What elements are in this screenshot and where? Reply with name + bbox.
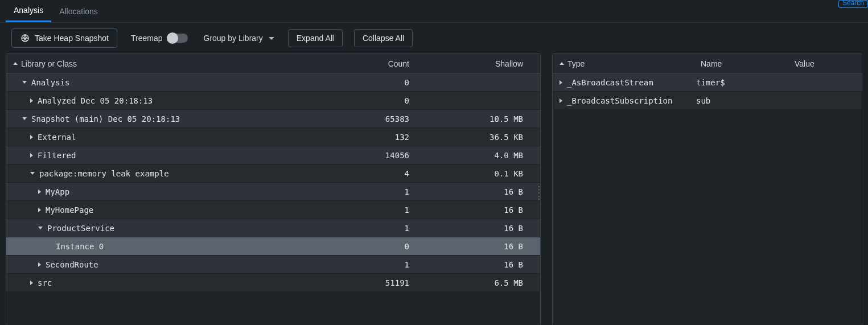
toolbar: Take Heap Snapshot Treemap Group by Libr…: [0, 23, 868, 54]
cell-name: timer$: [694, 78, 788, 87]
chevron-right-icon[interactable]: [560, 98, 562, 103]
table-row[interactable]: MyHomePage116 B: [6, 201, 540, 219]
expand-all-button[interactable]: Expand All: [288, 29, 343, 47]
cell-library: package:memory_leak_example: [6, 169, 330, 178]
cell-shallow: 6.5 MB: [426, 278, 540, 287]
panel-splitter[interactable]: [537, 185, 541, 201]
row-label: Instance 0: [56, 242, 104, 251]
chevron-down-icon[interactable]: [38, 227, 43, 229]
cell-shallow: 16 B: [426, 242, 540, 251]
collapse-all-button[interactable]: Collapse All: [354, 29, 413, 47]
cell-shallow: 36.5 KB: [426, 133, 540, 142]
treemap-label: Treemap: [131, 34, 163, 43]
table-row[interactable]: Filtered140564.0 MB: [6, 146, 540, 164]
cell-shallow: 16 B: [426, 187, 540, 196]
tab-analysis[interactable]: Analysis: [6, 0, 51, 22]
table-row[interactable]: _BroadcastSubscriptionsub: [553, 92, 862, 110]
cell-type: _BroadcastSubscription: [553, 96, 694, 105]
row-label: SecondRoute: [46, 260, 98, 269]
chevron-down-icon[interactable]: [22, 117, 27, 120]
chevron-right-icon[interactable]: [30, 98, 33, 103]
cell-name: sub: [694, 96, 788, 105]
header-name[interactable]: Name: [694, 59, 788, 68]
chevron-down-icon: [269, 37, 274, 40]
class-tree-panel: Library or Class Count Shallow Analysis0…: [6, 54, 541, 325]
chevron-down-icon[interactable]: [30, 172, 35, 175]
header-count[interactable]: Count: [330, 59, 426, 68]
cell-count: 0: [330, 78, 426, 87]
cell-count: 14056: [330, 151, 426, 160]
header-library-label: Library or Class: [21, 59, 77, 68]
chevron-right-icon[interactable]: [30, 281, 33, 285]
chevron-right-icon[interactable]: [30, 153, 33, 158]
instance-details-panel: Type Name Value _AsBroadcastStreamtimer$…: [552, 54, 862, 325]
cell-library: Instance 0: [6, 242, 330, 251]
table-row[interactable]: ProductService116 B: [6, 219, 540, 237]
table-row[interactable]: Instance 0016 B: [6, 237, 540, 256]
cell-count: 65383: [330, 114, 426, 124]
row-label: Filtered: [38, 151, 76, 160]
cell-library: Analyzed Dec 05 20:18:13: [6, 96, 330, 105]
cell-library: MyHomePage: [6, 205, 330, 215]
table-row[interactable]: MyApp116 B: [6, 183, 540, 201]
treemap-toggle-group: Treemap: [129, 30, 190, 47]
cell-shallow: 16 B: [426, 260, 540, 269]
header-library-or-class[interactable]: Library or Class: [6, 59, 330, 68]
camera-aperture-icon: [20, 33, 30, 43]
cell-shallow: 10.5 MB: [426, 114, 540, 124]
treemap-toggle[interactable]: [167, 34, 188, 43]
row-label: External: [38, 133, 76, 142]
chevron-down-icon[interactable]: [22, 81, 27, 84]
group-by-dropdown[interactable]: Group by Library: [201, 30, 277, 47]
table-row[interactable]: Snapshot (main) Dec 05 20:18:136538310.5…: [6, 110, 540, 128]
tab-allocations[interactable]: Allocations: [51, 1, 106, 22]
class-tree-header: Library or Class Count Shallow: [6, 54, 540, 73]
chevron-right-icon[interactable]: [30, 135, 33, 139]
header-value[interactable]: Value: [788, 59, 862, 68]
cell-count: 1: [330, 224, 426, 233]
cell-library: ProductService: [6, 224, 330, 233]
row-label: ProductService: [47, 224, 114, 233]
cell-type: _AsBroadcastStream: [553, 78, 694, 87]
cell-count: 4: [330, 169, 426, 178]
cell-count: 0: [330, 96, 426, 105]
cell-shallow: 16 B: [426, 224, 540, 233]
table-row[interactable]: package:memory_leak_example40.1 KB: [6, 164, 540, 183]
chevron-right-icon[interactable]: [560, 80, 562, 85]
table-row[interactable]: Analyzed Dec 05 20:18:130: [6, 92, 540, 110]
cell-library: SecondRoute: [6, 260, 330, 269]
cell-library: src: [6, 278, 330, 287]
table-row[interactable]: src511916.5 MB: [6, 274, 540, 292]
row-label: Snapshot (main) Dec 05 20:18:13: [31, 114, 180, 124]
header-name-label: Name: [701, 59, 722, 68]
header-shallow[interactable]: Shallow: [426, 59, 540, 68]
row-label: MyHomePage: [46, 205, 93, 215]
header-type-label: Type: [567, 59, 585, 68]
spacer: [46, 244, 51, 249]
chevron-right-icon[interactable]: [38, 190, 41, 194]
class-tree-rows: Analysis0Analyzed Dec 05 20:18:130Snapsh…: [6, 73, 540, 325]
cell-count: 51191: [330, 278, 426, 287]
row-label: Analysis: [31, 78, 69, 87]
cell-library: MyApp: [6, 187, 330, 196]
row-label: Analyzed Dec 05 20:18:13: [38, 96, 153, 105]
table-row[interactable]: External13236.5 KB: [6, 128, 540, 146]
header-type[interactable]: Type: [553, 59, 694, 68]
cell-library: Analysis: [6, 78, 330, 87]
row-label: package:memory_leak_example: [39, 169, 169, 178]
table-row[interactable]: _AsBroadcastStreamtimer$: [553, 73, 862, 92]
group-by-label: Group by Library: [204, 34, 263, 43]
instance-details-rows: _AsBroadcastStreamtimer$_BroadcastSubscr…: [553, 73, 862, 325]
chevron-right-icon[interactable]: [38, 208, 41, 212]
chevron-right-icon[interactable]: [38, 262, 41, 267]
table-row[interactable]: SecondRoute116 B: [6, 256, 540, 274]
search-button[interactable]: Search: [838, 0, 868, 8]
tab-bar: Analysis Allocations Search: [0, 0, 868, 23]
instance-details-header: Type Name Value: [553, 54, 862, 73]
header-shallow-label: Shallow: [495, 59, 523, 68]
panels: Library or Class Count Shallow Analysis0…: [0, 54, 868, 325]
cell-shallow: 16 B: [426, 205, 540, 215]
cell-count: 1: [330, 187, 426, 196]
take-heap-snapshot-button[interactable]: Take Heap Snapshot: [11, 28, 117, 48]
table-row[interactable]: Analysis0: [6, 73, 540, 92]
